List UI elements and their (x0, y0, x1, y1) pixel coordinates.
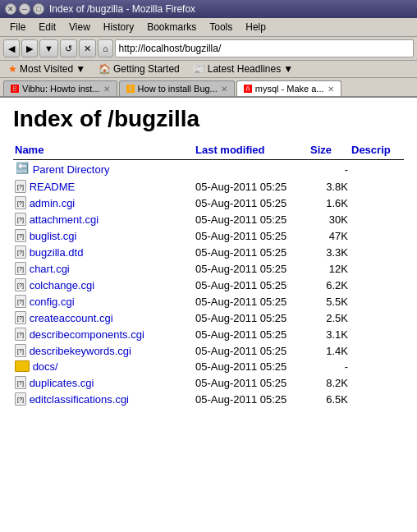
table-row: [?] editclassifications.cgi05-Aug-2011 0… (13, 391, 404, 407)
reload-button[interactable]: ↺ (60, 39, 77, 57)
minimize-button[interactable]: ─ (19, 3, 30, 15)
dropdown-button[interactable]: ▼ (39, 39, 58, 57)
tab-label: Vibhu: Howto inst... (22, 84, 100, 94)
file-link[interactable]: docs/ (33, 360, 58, 373)
tab-label: mysql - Make a... (255, 84, 324, 94)
file-link[interactable]: describecomponents.cgi (30, 328, 144, 341)
file-link[interactable]: README (30, 181, 76, 193)
menu-bookmarks[interactable]: Bookmarks (140, 20, 203, 34)
file-size-cell: 47K (309, 227, 350, 244)
file-name-cell: [?] bugzilla.dtd (13, 244, 194, 260)
tab-close-0[interactable]: ✕ (103, 85, 110, 94)
file-modified-cell: 05-Aug-2011 05:25 (194, 374, 309, 391)
tab-favicon: 🅱 (126, 85, 135, 94)
sort-desc-link[interactable]: Descrip (351, 144, 391, 156)
tab-close-1[interactable]: ✕ (221, 85, 227, 94)
home-button[interactable]: ⌂ (98, 39, 113, 57)
forward-button[interactable]: ▶ (21, 39, 38, 57)
file-icon: [?] (15, 196, 26, 209)
file-size-cell: 3.8K (309, 178, 350, 195)
folder-icon (15, 360, 30, 372)
tabs-bar: 🅱 Vibhu: Howto inst... ✕ 🅱 How to instal… (0, 78, 417, 98)
file-desc-cell (350, 195, 404, 211)
sort-modified-link[interactable]: Last modified (195, 144, 265, 156)
bookmark-latest-headlines[interactable]: 📰 Latest Headlines ▼ (188, 62, 298, 76)
file-name-cell: [?] config.cgi (13, 293, 194, 310)
dropdown-icon: ▼ (76, 63, 85, 75)
file-modified-cell: 05-Aug-2011 05:25 (194, 227, 309, 244)
window-controls[interactable]: ✕ ─ □ (5, 3, 44, 15)
address-bar[interactable] (115, 39, 414, 57)
file-modified-cell: 05-Aug-2011 05:25 (194, 342, 309, 359)
file-modified-cell: 05-Aug-2011 05:25 (194, 244, 309, 260)
menu-history[interactable]: History (97, 20, 140, 34)
file-size-cell: 30K (309, 211, 350, 227)
back-icon: ◀ (8, 44, 15, 54)
file-name-cell: 🔙 Parent Directory (13, 160, 194, 179)
file-desc-cell (350, 391, 404, 407)
file-name-cell: docs/ (13, 359, 194, 374)
table-row: docs/05-Aug-2011 05:25- (13, 359, 404, 374)
bookmark-icon: ★ (8, 63, 17, 75)
menu-view[interactable]: View (62, 20, 97, 34)
file-modified-cell: 05-Aug-2011 05:25 (194, 277, 309, 293)
bookmark-most-visited[interactable]: ★ Most Visited ▼ (3, 62, 90, 76)
maximize-button[interactable]: □ (33, 3, 44, 15)
menu-help[interactable]: Help (239, 20, 273, 34)
file-link[interactable]: attachment.cgi (30, 213, 99, 226)
tab-0[interactable]: 🅱 Vibhu: Howto inst... ✕ (3, 80, 117, 96)
window-title: Index of /bugzilla - Mozilla Firefox (49, 3, 195, 15)
file-link[interactable]: editclassifications.cgi (30, 393, 129, 406)
menu-tools[interactable]: Tools (203, 20, 239, 34)
file-link[interactable]: bugzilla.dtd (30, 246, 84, 259)
file-link[interactable]: admin.cgi (30, 197, 76, 209)
col-header-name[interactable]: Name (13, 142, 194, 160)
col-header-modified[interactable]: Last modified (194, 142, 309, 160)
file-desc-cell (350, 260, 404, 277)
table-row: [?] config.cgi05-Aug-2011 05:255.5K (13, 293, 404, 310)
file-link[interactable]: describekeywords.cgi (30, 345, 131, 357)
col-header-size[interactable]: Size (309, 142, 350, 160)
file-link[interactable]: Parent Directory (33, 163, 110, 176)
home-icon: ⌂ (103, 44, 108, 53)
table-row: [?] describecomponents.cgi05-Aug-2011 05… (13, 326, 404, 342)
file-link[interactable]: buglist.cgi (30, 230, 77, 242)
sort-size-link[interactable]: Size (310, 144, 332, 156)
file-size-cell: 3.1K (309, 326, 350, 342)
back-button[interactable]: ◀ (3, 39, 20, 57)
table-row: [?] attachment.cgi05-Aug-2011 05:2530K (13, 211, 404, 227)
file-name-cell: [?] editclassifications.cgi (13, 391, 194, 407)
file-icon: [?] (15, 295, 26, 308)
col-header-desc[interactable]: Descrip (350, 142, 404, 160)
stop-icon: ✕ (84, 44, 91, 54)
file-link[interactable]: colchange.cgi (30, 279, 95, 291)
file-desc-cell (350, 310, 404, 326)
menu-edit[interactable]: Edit (32, 20, 62, 34)
up-icon: 🔙 (15, 162, 30, 177)
file-desc-cell (350, 178, 404, 195)
bookmark-icon: 📰 (193, 63, 205, 75)
sort-name-link[interactable]: Name (15, 144, 44, 156)
file-icon: [?] (15, 311, 26, 324)
file-icon: [?] (15, 245, 26, 259)
bookmark-getting-started[interactable]: 🏠 Getting Started (94, 62, 185, 76)
tab-1[interactable]: 🅱 How to install Bug... ✕ (119, 80, 235, 96)
stop-button[interactable]: ✕ (79, 39, 96, 57)
table-row: [?] bugzilla.dtd05-Aug-2011 05:253.3K (13, 244, 404, 260)
file-modified-cell: 05-Aug-2011 05:25 (194, 293, 309, 310)
tab-close-2[interactable]: ✕ (328, 85, 334, 94)
close-button[interactable]: ✕ (5, 3, 16, 15)
address-input[interactable] (119, 43, 410, 54)
bookmarks-bar: ★ Most Visited ▼ 🏠 Getting Started 📰 Lat… (0, 61, 417, 78)
file-link[interactable]: config.cgi (30, 296, 75, 308)
reload-icon: ↺ (65, 44, 72, 54)
file-link[interactable]: createaccount.cgi (30, 312, 113, 324)
file-desc-cell (350, 277, 404, 293)
file-modified-cell: 05-Aug-2011 05:25 (194, 310, 309, 326)
tab-2[interactable]: 🅰 mysql - Make a... ✕ (236, 80, 341, 96)
file-link[interactable]: chart.cgi (30, 263, 70, 275)
menu-file[interactable]: File (3, 20, 32, 34)
file-table: Name Last modified Size Descrip 🔙 Parent… (13, 142, 404, 407)
file-link[interactable]: duplicates.cgi (30, 377, 94, 389)
file-name-cell: [?] duplicates.cgi (13, 374, 194, 391)
